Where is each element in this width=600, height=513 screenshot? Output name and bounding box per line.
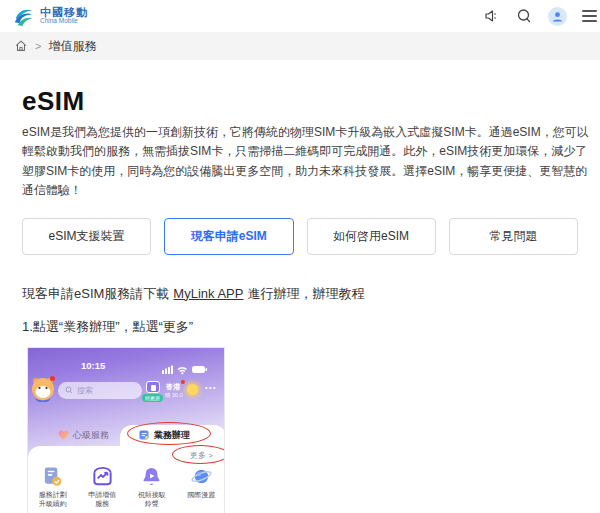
phone-search-icon — [65, 386, 73, 394]
phone-promo-icon[interactable] — [146, 381, 160, 393]
search-icon[interactable] — [515, 7, 533, 25]
service-label: 申請增值 — [88, 490, 116, 499]
china-mobile-logo[interactable]: 中國移動 China Mobile — [12, 5, 88, 28]
phone-more-options-icon[interactable]: ••• — [205, 384, 217, 391]
phone-tab-left-label: 心級服務 — [73, 429, 109, 442]
esim-tabs: eSIM支援裝置 現客申請eSIM 如何啓用eSIM 常見問題 — [22, 218, 578, 255]
breadcrumb-current[interactable]: 增值服務 — [48, 38, 96, 55]
home-icon[interactable] — [14, 39, 28, 53]
service-label: 服務 — [88, 499, 116, 508]
menu-icon[interactable] — [582, 10, 597, 21]
red-circle-annotation-more — [172, 445, 225, 464]
tab-esim-supported-devices[interactable]: eSIM支援裝置 — [22, 218, 151, 255]
service-label: 國際漫遊 — [187, 490, 215, 499]
breadcrumb: > 增值服務 — [0, 32, 600, 60]
top-header: 中國移動 China Mobile — [0, 0, 600, 32]
step-1-text: 1.點選“業務辦理”，點選“更多” — [22, 318, 590, 336]
phone-promo-badge: 特惠遊 — [142, 394, 163, 402]
phone-status-icons — [162, 361, 208, 379]
announcement-icon[interactable] — [482, 7, 500, 25]
heart-icon — [58, 430, 69, 440]
instruction-prefix: 現客申請eSIM服務請下載 — [22, 286, 169, 301]
phone-status-time: 10:15 — [81, 360, 105, 371]
video-ringback-tone[interactable]: 視頻接駁鈴聲 — [127, 465, 177, 509]
logo-subtitle: China Mobile — [40, 18, 88, 25]
ringtone-bell-icon — [140, 465, 163, 488]
red-circle-annotation-business — [127, 422, 211, 445]
china-mobile-logo-icon — [12, 5, 35, 28]
download-instruction: 現客申請eSIM服務請下載MyLink APP進行辦理，辦理教程 — [22, 285, 590, 303]
phone-tab-heart-services[interactable]: 心級服務 — [58, 429, 109, 442]
tab-existing-customer-apply[interactable]: 現客申請eSIM — [164, 218, 293, 255]
service-label: 鈴聲 — [138, 499, 166, 508]
service-plan-icon — [41, 465, 64, 488]
instruction-suffix: 進行辦理，辦理教程 — [247, 286, 364, 301]
roaming-planet-icon — [190, 465, 213, 488]
phone-weather-info: 晴 30.0 — [165, 392, 183, 399]
service-plan-upgrade[interactable]: 服務計劃升級續約 — [28, 465, 78, 509]
international-roaming[interactable]: 國際漫遊 — [177, 465, 226, 509]
mylink-mascot-icon[interactable] — [30, 375, 56, 406]
phone-weather-notification-dot — [181, 380, 185, 384]
value-added-icon — [91, 465, 114, 488]
phone-search-bar[interactable]: 搜索 — [58, 382, 142, 399]
user-avatar[interactable] — [548, 7, 567, 26]
apply-value-added-service[interactable]: 申請增值服務 — [78, 465, 128, 509]
tab-faq[interactable]: 常見問題 — [449, 218, 578, 255]
tab-how-to-activate[interactable]: 如何啓用eSIM — [307, 218, 436, 255]
phone-services-grid: 服務計劃升級續約 申請增值服務 視頻接駁鈴聲 — [28, 465, 225, 513]
breadcrumb-separator: > — [35, 40, 41, 52]
tutorial-screenshot-step1: 10:15 — [27, 347, 225, 513]
service-label: 升級續約 — [39, 499, 67, 508]
phone-weather-city[interactable]: 香港 — [166, 382, 180, 392]
page-title: eSIM — [22, 86, 590, 117]
page-description: eSIM是我們為您提供的一項創新技術，它將傳統的物理SIM卡升級為嵌入式虛擬SI… — [22, 123, 590, 201]
main-content: eSIM eSIM是我們為您提供的一項創新技術，它將傳統的物理SIM卡升級為嵌入… — [0, 60, 600, 513]
mylink-app-link[interactable]: MyLink APP — [173, 286, 243, 301]
service-label: 視頻接駁 — [138, 490, 166, 499]
phone-search-placeholder: 搜索 — [77, 385, 93, 396]
phone-sun-icon — [187, 384, 198, 395]
service-label: 服務計劃 — [39, 490, 67, 499]
